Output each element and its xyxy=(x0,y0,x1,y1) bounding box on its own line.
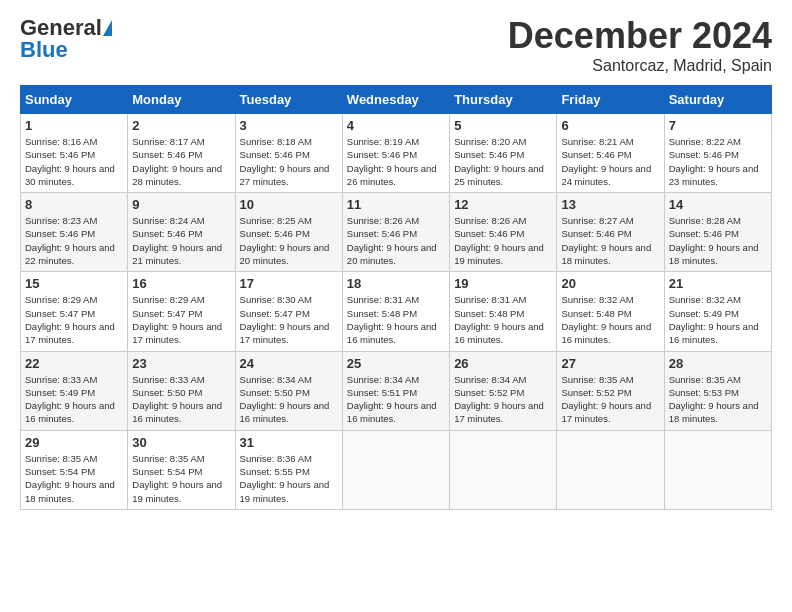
calendar-cell: 27Sunrise: 8:35 AMSunset: 5:52 PMDayligh… xyxy=(557,351,664,430)
day-number: 27 xyxy=(561,356,659,371)
calendar-cell: 13Sunrise: 8:27 AMSunset: 5:46 PMDayligh… xyxy=(557,193,664,272)
day-number: 22 xyxy=(25,356,123,371)
day-number: 23 xyxy=(132,356,230,371)
logo-blue: Blue xyxy=(20,37,68,63)
header-row: SundayMondayTuesdayWednesdayThursdayFrid… xyxy=(21,86,772,114)
calendar-cell: 21Sunrise: 8:32 AMSunset: 5:49 PMDayligh… xyxy=(664,272,771,351)
calendar-cell: 9Sunrise: 8:24 AMSunset: 5:46 PMDaylight… xyxy=(128,193,235,272)
cell-info: Sunrise: 8:21 AMSunset: 5:46 PMDaylight:… xyxy=(561,136,651,187)
cell-info: Sunrise: 8:35 AMSunset: 5:52 PMDaylight:… xyxy=(561,374,651,425)
cell-info: Sunrise: 8:33 AMSunset: 5:49 PMDaylight:… xyxy=(25,374,115,425)
calendar-cell: 22Sunrise: 8:33 AMSunset: 5:49 PMDayligh… xyxy=(21,351,128,430)
day-header-tuesday: Tuesday xyxy=(235,86,342,114)
calendar-cell xyxy=(342,430,449,509)
day-number: 7 xyxy=(669,118,767,133)
cell-info: Sunrise: 8:27 AMSunset: 5:46 PMDaylight:… xyxy=(561,215,651,266)
cell-info: Sunrise: 8:36 AMSunset: 5:55 PMDaylight:… xyxy=(240,453,330,504)
cell-info: Sunrise: 8:31 AMSunset: 5:48 PMDaylight:… xyxy=(347,294,437,345)
calendar-cell xyxy=(450,430,557,509)
cell-info: Sunrise: 8:32 AMSunset: 5:49 PMDaylight:… xyxy=(669,294,759,345)
day-number: 9 xyxy=(132,197,230,212)
title-section: December 2024 Santorcaz, Madrid, Spain xyxy=(508,15,772,75)
cell-info: Sunrise: 8:20 AMSunset: 5:46 PMDaylight:… xyxy=(454,136,544,187)
day-header-monday: Monday xyxy=(128,86,235,114)
cell-info: Sunrise: 8:32 AMSunset: 5:48 PMDaylight:… xyxy=(561,294,651,345)
cell-info: Sunrise: 8:28 AMSunset: 5:46 PMDaylight:… xyxy=(669,215,759,266)
calendar-cell: 12Sunrise: 8:26 AMSunset: 5:46 PMDayligh… xyxy=(450,193,557,272)
day-number: 21 xyxy=(669,276,767,291)
logo-triangle-icon xyxy=(103,20,112,36)
calendar-cell: 18Sunrise: 8:31 AMSunset: 5:48 PMDayligh… xyxy=(342,272,449,351)
cell-info: Sunrise: 8:19 AMSunset: 5:46 PMDaylight:… xyxy=(347,136,437,187)
calendar-cell xyxy=(557,430,664,509)
day-header-thursday: Thursday xyxy=(450,86,557,114)
calendar-cell: 31Sunrise: 8:36 AMSunset: 5:55 PMDayligh… xyxy=(235,430,342,509)
calendar-cell: 16Sunrise: 8:29 AMSunset: 5:47 PMDayligh… xyxy=(128,272,235,351)
day-number: 30 xyxy=(132,435,230,450)
calendar-cell: 28Sunrise: 8:35 AMSunset: 5:53 PMDayligh… xyxy=(664,351,771,430)
calendar-cell: 15Sunrise: 8:29 AMSunset: 5:47 PMDayligh… xyxy=(21,272,128,351)
day-number: 19 xyxy=(454,276,552,291)
calendar-cell: 19Sunrise: 8:31 AMSunset: 5:48 PMDayligh… xyxy=(450,272,557,351)
location-title: Santorcaz, Madrid, Spain xyxy=(508,57,772,75)
calendar-cell: 11Sunrise: 8:26 AMSunset: 5:46 PMDayligh… xyxy=(342,193,449,272)
day-number: 5 xyxy=(454,118,552,133)
calendar-cell: 2Sunrise: 8:17 AMSunset: 5:46 PMDaylight… xyxy=(128,114,235,193)
day-header-saturday: Saturday xyxy=(664,86,771,114)
calendar-cell: 26Sunrise: 8:34 AMSunset: 5:52 PMDayligh… xyxy=(450,351,557,430)
calendar-cell: 3Sunrise: 8:18 AMSunset: 5:46 PMDaylight… xyxy=(235,114,342,193)
day-number: 24 xyxy=(240,356,338,371)
calendar-cell: 6Sunrise: 8:21 AMSunset: 5:46 PMDaylight… xyxy=(557,114,664,193)
day-number: 6 xyxy=(561,118,659,133)
day-number: 10 xyxy=(240,197,338,212)
cell-info: Sunrise: 8:23 AMSunset: 5:46 PMDaylight:… xyxy=(25,215,115,266)
calendar-cell: 5Sunrise: 8:20 AMSunset: 5:46 PMDaylight… xyxy=(450,114,557,193)
calendar-week-2: 15Sunrise: 8:29 AMSunset: 5:47 PMDayligh… xyxy=(21,272,772,351)
day-number: 16 xyxy=(132,276,230,291)
cell-info: Sunrise: 8:31 AMSunset: 5:48 PMDaylight:… xyxy=(454,294,544,345)
day-number: 2 xyxy=(132,118,230,133)
cell-info: Sunrise: 8:29 AMSunset: 5:47 PMDaylight:… xyxy=(25,294,115,345)
cell-info: Sunrise: 8:30 AMSunset: 5:47 PMDaylight:… xyxy=(240,294,330,345)
day-number: 11 xyxy=(347,197,445,212)
cell-info: Sunrise: 8:34 AMSunset: 5:50 PMDaylight:… xyxy=(240,374,330,425)
day-header-wednesday: Wednesday xyxy=(342,86,449,114)
cell-info: Sunrise: 8:34 AMSunset: 5:52 PMDaylight:… xyxy=(454,374,544,425)
logo: General Blue xyxy=(20,15,112,63)
cell-info: Sunrise: 8:25 AMSunset: 5:46 PMDaylight:… xyxy=(240,215,330,266)
day-number: 12 xyxy=(454,197,552,212)
cell-info: Sunrise: 8:16 AMSunset: 5:46 PMDaylight:… xyxy=(25,136,115,187)
cell-info: Sunrise: 8:24 AMSunset: 5:46 PMDaylight:… xyxy=(132,215,222,266)
cell-info: Sunrise: 8:34 AMSunset: 5:51 PMDaylight:… xyxy=(347,374,437,425)
cell-info: Sunrise: 8:33 AMSunset: 5:50 PMDaylight:… xyxy=(132,374,222,425)
calendar-week-3: 22Sunrise: 8:33 AMSunset: 5:49 PMDayligh… xyxy=(21,351,772,430)
day-number: 31 xyxy=(240,435,338,450)
month-title: December 2024 xyxy=(508,15,772,57)
calendar-week-0: 1Sunrise: 8:16 AMSunset: 5:46 PMDaylight… xyxy=(21,114,772,193)
cell-info: Sunrise: 8:26 AMSunset: 5:46 PMDaylight:… xyxy=(347,215,437,266)
cell-info: Sunrise: 8:22 AMSunset: 5:46 PMDaylight:… xyxy=(669,136,759,187)
cell-info: Sunrise: 8:29 AMSunset: 5:47 PMDaylight:… xyxy=(132,294,222,345)
main-container: General Blue December 2024 Santorcaz, Ma… xyxy=(0,0,792,520)
day-number: 13 xyxy=(561,197,659,212)
calendar-cell: 24Sunrise: 8:34 AMSunset: 5:50 PMDayligh… xyxy=(235,351,342,430)
calendar-cell: 10Sunrise: 8:25 AMSunset: 5:46 PMDayligh… xyxy=(235,193,342,272)
calendar-cell: 8Sunrise: 8:23 AMSunset: 5:46 PMDaylight… xyxy=(21,193,128,272)
day-number: 3 xyxy=(240,118,338,133)
cell-info: Sunrise: 8:17 AMSunset: 5:46 PMDaylight:… xyxy=(132,136,222,187)
calendar-cell: 7Sunrise: 8:22 AMSunset: 5:46 PMDaylight… xyxy=(664,114,771,193)
calendar-cell: 1Sunrise: 8:16 AMSunset: 5:46 PMDaylight… xyxy=(21,114,128,193)
cell-info: Sunrise: 8:35 AMSunset: 5:54 PMDaylight:… xyxy=(132,453,222,504)
calendar-cell: 4Sunrise: 8:19 AMSunset: 5:46 PMDaylight… xyxy=(342,114,449,193)
day-number: 28 xyxy=(669,356,767,371)
day-number: 25 xyxy=(347,356,445,371)
calendar-cell: 23Sunrise: 8:33 AMSunset: 5:50 PMDayligh… xyxy=(128,351,235,430)
calendar-cell: 17Sunrise: 8:30 AMSunset: 5:47 PMDayligh… xyxy=(235,272,342,351)
calendar-cell: 25Sunrise: 8:34 AMSunset: 5:51 PMDayligh… xyxy=(342,351,449,430)
cell-info: Sunrise: 8:18 AMSunset: 5:46 PMDaylight:… xyxy=(240,136,330,187)
cell-info: Sunrise: 8:35 AMSunset: 5:53 PMDaylight:… xyxy=(669,374,759,425)
header: General Blue December 2024 Santorcaz, Ma… xyxy=(20,15,772,75)
calendar-cell: 30Sunrise: 8:35 AMSunset: 5:54 PMDayligh… xyxy=(128,430,235,509)
cell-info: Sunrise: 8:35 AMSunset: 5:54 PMDaylight:… xyxy=(25,453,115,504)
calendar-table: SundayMondayTuesdayWednesdayThursdayFrid… xyxy=(20,85,772,510)
